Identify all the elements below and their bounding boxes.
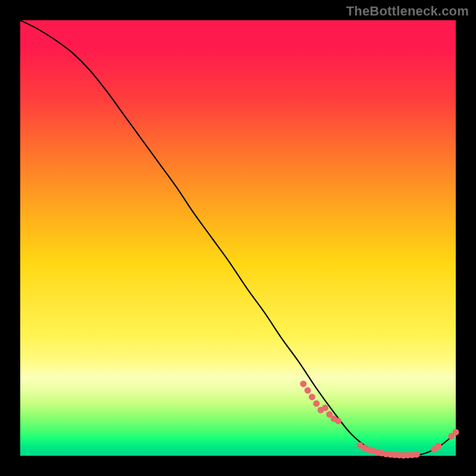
chart-overlay-svg — [20, 20, 456, 456]
marker-left-cluster-4 — [313, 400, 320, 407]
marker-left-cluster-5b — [322, 405, 328, 411]
marker-right-rise-2 — [435, 443, 441, 449]
watermark-text: TheBottleneck.com — [346, 4, 469, 19]
marker-left-cluster-1 — [300, 381, 306, 387]
data-markers-group — [300, 381, 459, 459]
marker-right-end-2 — [453, 429, 459, 436]
bottleneck-curve — [20, 20, 456, 456]
marker-bottom-14 — [414, 451, 420, 458]
marker-left-cluster-2 — [305, 387, 311, 394]
marker-left-cluster-8 — [335, 418, 342, 424]
marker-left-cluster-3 — [309, 394, 315, 400]
chart-stage: TheBottleneck.com — [0, 0, 476, 476]
